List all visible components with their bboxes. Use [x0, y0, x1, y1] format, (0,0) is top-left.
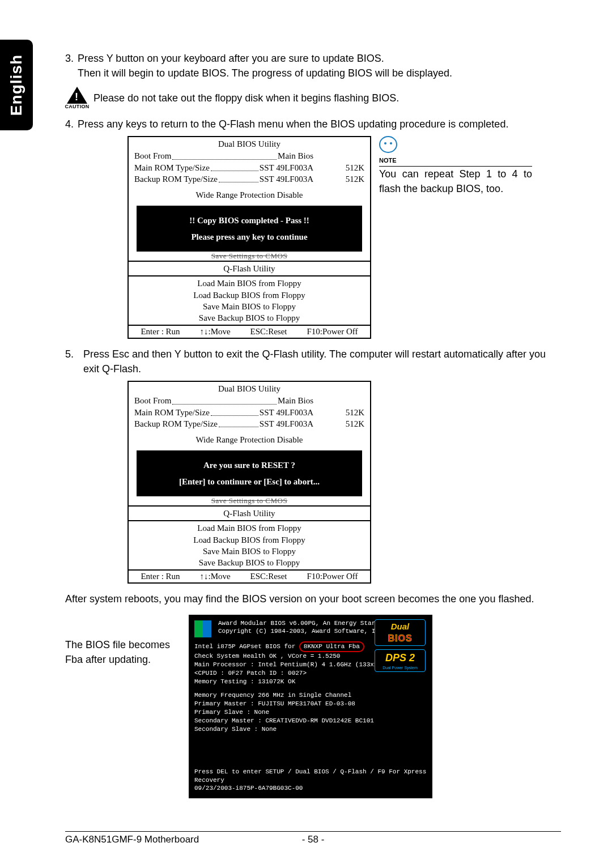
note-text: You can repeat Step 1 to 4 to flash the …: [379, 167, 532, 196]
boot-line: 09/23/2003-i875P-6A79BG03C-00: [194, 784, 427, 793]
note-icon: [379, 136, 532, 153]
bios-key: Enter : Run: [141, 327, 180, 337]
bios-key: F10:Power Off: [307, 572, 358, 581]
footer-model: GA-K8N51GMF-9 Motherboard: [65, 834, 291, 845]
bios-menu-item: Save Main BIOS to Floppy: [129, 546, 370, 557]
post-boot-screen: Dual BIOS DPS 2 Dual Power System Award …: [189, 615, 432, 799]
bios-dialog-line: Are you sure to RESET ?: [141, 457, 358, 474]
bios-qflash-title: Q-Flash Utility: [129, 262, 370, 275]
boot-line: Primary Slave : None: [194, 708, 427, 717]
bios-menu-item: Save Backup BIOS to Floppy: [129, 312, 370, 324]
dual-bios-logo-line1: Dual: [377, 621, 423, 632]
bios-dialog-line: [Enter] to continure or [Esc] to abort..…: [141, 474, 358, 490]
step-text: Then it will begin to update BIOS. The p…: [78, 66, 561, 80]
bios-utility-screenshot-2: Dual BIOS Utility Boot FromMain Bios Mai…: [128, 381, 371, 584]
note-sidebar: NOTE You can repeat Step 1 to 4 to flash…: [379, 136, 532, 196]
footer-page-number: - 58 -: [291, 834, 336, 845]
boot-line: Secondary Master : CREATIVEDVD-RM DVD124…: [194, 717, 427, 725]
step-5: 5. Press Esc and then Y button to exit t…: [65, 347, 561, 376]
bios-menu-item: Load Main BIOS from Floppy: [129, 278, 370, 289]
dual-bios-logo-line2: BIOS: [377, 632, 423, 645]
bios-dialog-line: Please press any key to continue: [141, 229, 358, 245]
bios-wide-range: Wide Range Protection Disable: [129, 188, 370, 202]
caution-label: CAUTION: [65, 104, 89, 109]
bios-version-callout: 8KNXP Ultra Fba: [299, 641, 364, 652]
bios-key: Enter : Run: [141, 572, 180, 581]
bios-screenshot-1-row: Dual BIOS Utility Boot FromMain Bios Mai…: [128, 136, 561, 339]
language-tab: English: [0, 40, 33, 130]
dps-logo-text: DPS 2: [377, 651, 423, 665]
bios-menu: Load Main BIOS from Floppy Load Backup B…: [129, 276, 370, 325]
boot-line: Memory Frequency 266 MHz in Single Chann…: [194, 691, 427, 700]
bios-title: Dual BIOS Utility: [129, 382, 370, 395]
boot-footer: Press DEL to enter SETUP / Dual BIOS / Q…: [194, 768, 427, 793]
step-3: 3. Press Y button on your keyboard after…: [65, 51, 561, 80]
bios-menu-item: Load Backup BIOS from Floppy: [129, 290, 370, 301]
step-text: Press Y button on your keyboard after yo…: [78, 51, 561, 66]
bios-dialog: Are you sure to RESET ? [Enter] to conti…: [137, 450, 362, 496]
step-4: 4. Press any keys to return to the Q-Fla…: [65, 117, 561, 131]
bios-key-hints: Enter : Run ↑↓:Move ESC:Reset F10:Power …: [129, 325, 370, 338]
step-number: 5.: [65, 347, 83, 376]
boot-line: Secondary Slave : None: [194, 725, 427, 734]
bios-key: ↑↓:Move: [199, 327, 230, 337]
bios-utility-screenshot-1: Dual BIOS Utility Boot FromMain Bios Mai…: [128, 136, 371, 339]
dps-logo-sub: Dual Power System: [377, 665, 423, 670]
note-label: NOTE: [379, 156, 532, 167]
bios-menu-item: Load Backup BIOS from Floppy: [129, 534, 370, 546]
boot-line: Primary Master : FUJITSU MPE3170AT ED-03…: [194, 700, 427, 708]
caution-text: Please do not take out the floppy disk w…: [94, 92, 399, 104]
bios-key: ESC:Reset: [250, 327, 287, 337]
boot-logo-stack: Dual BIOS DPS 2 Dual Power System: [375, 619, 426, 673]
bios-key: ESC:Reset: [250, 572, 287, 581]
after-reboot-text: After system reboots, you may find the B…: [65, 592, 561, 606]
bios-menu: Load Main BIOS from Floppy Load Backup B…: [129, 521, 370, 569]
epa-logo-icon: [194, 620, 211, 637]
bios-key: F10:Power Off: [307, 327, 358, 337]
bios-key-hints: Enter : Run ↑↓:Move ESC:Reset F10:Power …: [129, 569, 370, 582]
boot-line: Memory Testing : 131072K OK: [194, 678, 427, 686]
bios-menu-item: Load Main BIOS from Floppy: [129, 522, 370, 534]
dps-logo: DPS 2 Dual Power System: [375, 649, 426, 672]
bios-key: ↑↓:Move: [199, 572, 230, 581]
dual-bios-logo: Dual BIOS: [375, 619, 426, 646]
bios-wide-range: Wide Range Protection Disable: [129, 433, 370, 447]
bios-dialog: !! Copy BIOS completed - Pass !! Please …: [137, 206, 362, 252]
step-number: 3.: [65, 51, 78, 80]
step-text: Press any keys to return to the Q-Flash …: [78, 117, 561, 131]
caution-block: CAUTION Please do not take out the flopp…: [65, 85, 561, 111]
bios-hidden-line: Save Settings to CMOS: [129, 496, 370, 505]
bios-qflash-title: Q-Flash Utility: [129, 507, 370, 520]
boot-screen-row: The BIOS file becomes Fba after updating…: [65, 615, 561, 799]
step-text: Press Esc and then Y button to exit the …: [83, 347, 561, 376]
boot-caption: The BIOS file becomes Fba after updating…: [65, 615, 178, 667]
language-tab-label: English: [7, 54, 26, 116]
bios-hidden-line: Save Settings to CMOS: [129, 252, 370, 261]
warning-triangle-icon: [67, 87, 87, 104]
step-number: 4.: [65, 117, 78, 131]
page-footer: GA-K8N51GMF-9 Motherboard - 58 -: [65, 831, 561, 845]
bios-menu-item: Save Backup BIOS to Floppy: [129, 557, 370, 568]
boot-text: Intel i875P AGPset BIOS for: [194, 643, 295, 650]
smiley-icon: [379, 136, 397, 153]
bios-title: Dual BIOS Utility: [129, 137, 370, 150]
caution-icon: CAUTION: [65, 85, 89, 111]
boot-line: Press DEL to enter SETUP / Dual BIOS / Q…: [194, 768, 427, 785]
bios-menu-item: Save Main BIOS to Floppy: [129, 301, 370, 312]
page-content: 3. Press Y button on your keyboard after…: [65, 51, 561, 798]
step-body: Press Y button on your keyboard after yo…: [78, 51, 561, 80]
boot-drive-block: Memory Frequency 266 MHz in Single Chann…: [194, 691, 427, 733]
bios-dialog-line: !! Copy BIOS completed - Pass !!: [141, 212, 358, 229]
bios-screenshot-2-row: Dual BIOS Utility Boot FromMain Bios Mai…: [128, 381, 561, 584]
